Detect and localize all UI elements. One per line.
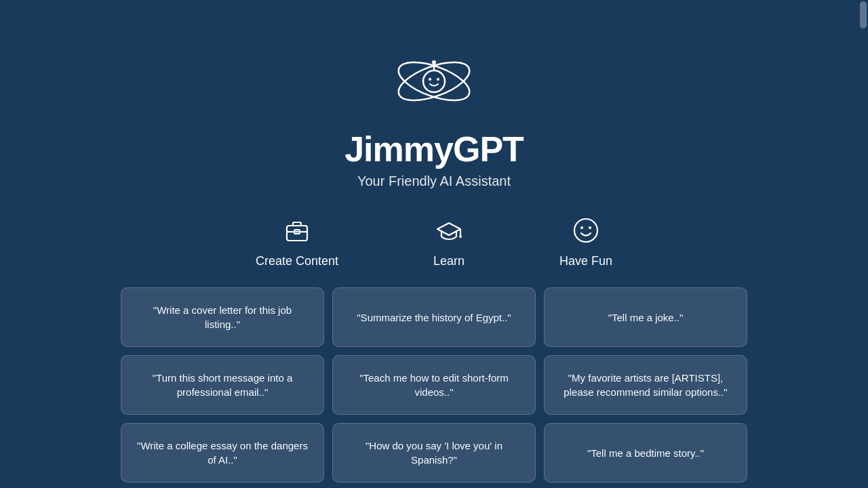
card-learn-3[interactable]: "How do you say 'I love you' in Spanish?…	[332, 423, 536, 483]
categories-row: Create Content Learn	[256, 216, 612, 268]
scrollbar[interactable]	[859, 0, 868, 488]
scrollbar-thumb[interactable]	[860, 1, 867, 28]
learn-label: Learn	[433, 254, 465, 268]
graduation-icon	[435, 216, 463, 249]
svg-point-12	[459, 235, 462, 238]
card-learn-1[interactable]: "Summarize the history of Egypt.."	[332, 287, 536, 347]
svg-point-6	[432, 60, 436, 64]
app-logo	[390, 41, 478, 122]
have-fun-label: Have Fun	[559, 254, 612, 268]
create-content-label: Create Content	[256, 254, 338, 268]
card-create-3[interactable]: "Write a college essay on the dangers of…	[121, 423, 324, 483]
svg-point-14	[580, 226, 583, 229]
briefcase-icon	[283, 216, 311, 249]
card-fun-3[interactable]: "Tell me a bedtime story.."	[544, 423, 747, 483]
smiley-icon	[572, 216, 600, 249]
cards-grid: "Write a cover letter for this job listi…	[121, 287, 747, 483]
card-create-2[interactable]: "Turn this short message into a professi…	[121, 355, 324, 415]
svg-point-15	[589, 226, 591, 229]
category-have-fun[interactable]: Have Fun	[559, 216, 612, 268]
card-fun-2[interactable]: "My favorite artists are [ARTISTS], plea…	[544, 355, 747, 415]
svg-point-2	[423, 70, 445, 92]
svg-point-13	[574, 219, 597, 242]
svg-rect-7	[287, 226, 307, 241]
category-create-content[interactable]: Create Content	[256, 216, 338, 268]
logo-container: JimmyGPT Your Friendly AI Assistant	[344, 41, 524, 209]
svg-point-3	[429, 78, 431, 81]
card-create-1[interactable]: "Write a cover letter for this job listi…	[121, 287, 324, 347]
card-fun-1[interactable]: "Tell me a joke.."	[544, 287, 747, 347]
app-title: JimmyGPT	[344, 129, 524, 169]
card-learn-2[interactable]: "Teach me how to edit short-form videos.…	[332, 355, 536, 415]
category-learn[interactable]: Learn	[433, 216, 465, 268]
svg-point-4	[437, 78, 439, 81]
app-subtitle: Your Friendly AI Assistant	[357, 174, 511, 189]
main-container: JimmyGPT Your Friendly AI Assistant Crea…	[0, 0, 868, 483]
